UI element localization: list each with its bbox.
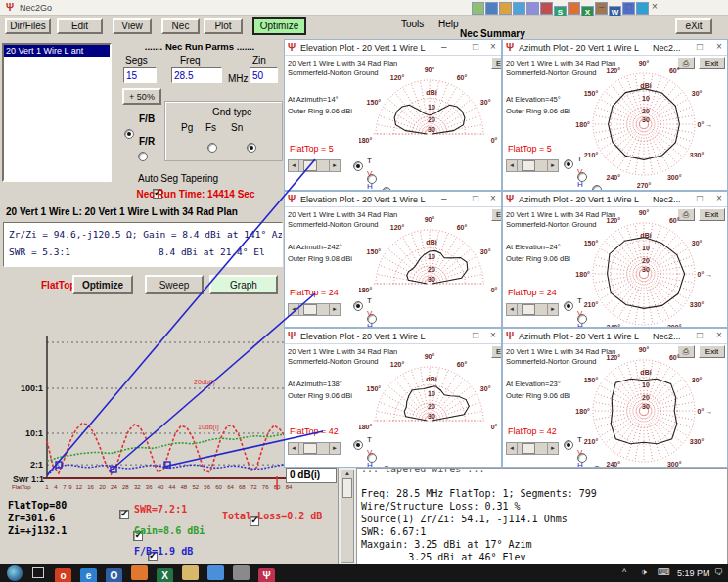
minimize-button[interactable]: – xyxy=(441,41,447,52)
window-titlebar[interactable]: Ψ Azimuth Plot - 20 Vert 1 Wire L Nec2..… xyxy=(503,40,727,56)
close-button[interactable]: × xyxy=(716,193,722,203)
maximize-button[interactable]: □ xyxy=(626,1,632,12)
edge-icon[interactable]: e xyxy=(80,568,97,582)
chat-icon[interactable] xyxy=(636,2,649,15)
swr-checkbox[interactable] xyxy=(119,510,129,519)
media-icon[interactable] xyxy=(540,2,553,15)
scroll-thumb[interactable] xyxy=(522,443,535,454)
minimize-button[interactable]: – xyxy=(441,330,447,340)
start-button[interactable] xyxy=(7,565,23,581)
flattop-scrollbar[interactable]: ◄ ► xyxy=(288,442,341,455)
maximize-button[interactable]: □ xyxy=(473,330,478,340)
horiz-radio[interactable] xyxy=(382,466,391,468)
close-button[interactable]: × xyxy=(716,330,722,340)
flattop-scrollbar[interactable]: ◄ ► xyxy=(288,159,341,172)
segs-input[interactable] xyxy=(123,67,157,83)
flattop-scrollbar[interactable]: ◄ ► xyxy=(288,303,341,316)
scroll-thumb[interactable] xyxy=(303,304,317,315)
menu-help[interactable]: Help xyxy=(438,19,459,29)
summary-text[interactable]: ... tapered wires ... Freq: 28.5 MHz Fla… xyxy=(356,468,728,564)
files-list[interactable]: 20 Vert 1 Wire L ant xyxy=(2,43,112,182)
scroll-thumb[interactable] xyxy=(303,160,317,171)
maximize-button[interactable]: □ xyxy=(473,193,478,203)
clock[interactable]: 5:19 PM xyxy=(677,568,710,578)
maximize-button[interactable]: □ xyxy=(697,193,703,203)
scroll-right-icon[interactable]: ► xyxy=(547,160,558,171)
summary-vscrollbar[interactable]: ▲ xyxy=(341,470,354,563)
fr-radio[interactable] xyxy=(138,152,148,161)
chrome-icon[interactable] xyxy=(207,565,224,580)
screen-rec-icon[interactable]: o xyxy=(55,568,71,582)
close-button[interactable]: × xyxy=(490,330,496,340)
scroll-left-icon[interactable]: ◄ xyxy=(507,304,518,315)
fb-radio[interactable] xyxy=(124,129,134,139)
menu-edit[interactable]: Edit xyxy=(57,18,103,34)
plus-50-button[interactable]: + 50% xyxy=(122,88,161,105)
optimize-button[interactable]: Optimize xyxy=(72,275,133,294)
scroll-right-icon[interactable]: ► xyxy=(547,443,558,454)
scroll-left-icon[interactable]: ◄ xyxy=(507,443,518,454)
sweep-button[interactable]: Sweep xyxy=(145,275,204,294)
exit-button[interactable]: eXit xyxy=(675,18,712,34)
scroll-right-icon[interactable]: ► xyxy=(547,304,558,315)
taskbar-app-icons[interactable]: oeOXΨ xyxy=(55,565,275,582)
scroll-thumb[interactable] xyxy=(522,304,535,315)
scroll-left-icon[interactable]: ◄ xyxy=(289,304,299,315)
fs-radio[interactable] xyxy=(207,143,217,153)
azimuth-plot-window-1[interactable]: Ψ Azimuth Plot - 20 Vert 1 Wire L Nec2..… xyxy=(502,39,728,191)
scroll-right-icon[interactable]: ► xyxy=(329,160,340,171)
menu-optimize[interactable]: Optimize xyxy=(252,17,306,35)
task-view-icon[interactable] xyxy=(32,567,44,578)
window-titlebar[interactable]: Ψ Elevation Plot - 20 Vert 1 Wire L – □ … xyxy=(285,40,501,56)
graph-button[interactable]: Graph xyxy=(209,275,278,294)
minimize-button[interactable]: – xyxy=(441,193,447,203)
elevation-plot-window-1[interactable]: Ψ Elevation Plot - 20 Vert 1 Wire L – □ … xyxy=(284,39,502,191)
list-item-selected[interactable]: 20 Vert 1 Wire L ant xyxy=(4,45,110,57)
minimize-button[interactable]: – xyxy=(599,1,605,12)
elevation-plot-window-2[interactable]: Ψ Elevation Plot - 20 Vert 1 Wire L – □ … xyxy=(284,191,502,328)
flattop-scrollbar[interactable]: ◄ ► xyxy=(506,442,559,455)
maximize-button[interactable]: □ xyxy=(473,41,478,52)
maximize-button[interactable]: □ xyxy=(697,330,703,340)
freq-input[interactable] xyxy=(171,67,222,83)
azimuth-plot-window-2[interactable]: Ψ Azimuth Plot - 20 Vert 1 Wire L Nec2..… xyxy=(502,191,728,328)
maximize-button[interactable]: □ xyxy=(697,41,703,52)
scroll-right-icon[interactable]: ► xyxy=(329,443,340,454)
sn-radio[interactable] xyxy=(247,143,256,153)
excel-icon[interactable]: X xyxy=(157,568,173,582)
globe-icon[interactable] xyxy=(485,2,498,15)
folder-icon[interactable] xyxy=(182,565,199,580)
chart-icon[interactable] xyxy=(526,2,539,15)
close-button[interactable]: × xyxy=(490,41,496,52)
total-radio[interactable] xyxy=(353,161,363,171)
zin-input[interactable] xyxy=(250,67,278,83)
scroll-left-icon[interactable]: ◄ xyxy=(289,443,299,454)
tool-icon[interactable] xyxy=(233,565,250,580)
photo-icon[interactable] xyxy=(513,2,525,15)
total-radio[interactable] xyxy=(564,301,573,311)
scroll-thumb[interactable] xyxy=(303,443,317,454)
outlook-icon[interactable]: O xyxy=(106,568,122,582)
total-radio[interactable] xyxy=(353,440,363,450)
flattop-scrollbar[interactable]: ◄ ► xyxy=(506,303,559,316)
menu-plot[interactable]: Plot xyxy=(204,18,243,34)
scroll-left-icon[interactable]: ◄ xyxy=(289,160,299,171)
tray-chevron-icon[interactable]: ^ xyxy=(622,567,626,577)
menu-dir-files[interactable]: Dir/Files xyxy=(5,18,51,34)
scroll-thumb[interactable] xyxy=(522,160,535,171)
menu-tools[interactable]: Tools xyxy=(401,19,424,29)
elevation-plot-window-3[interactable]: Ψ Elevation Plot - 20 Vert 1 Wire L – □ … xyxy=(284,328,502,468)
close-button[interactable]: × xyxy=(490,193,496,203)
flattop-scrollbar[interactable]: ◄ ► xyxy=(506,159,559,172)
grid-icon[interactable] xyxy=(568,2,580,15)
azimuth-plot-window-3[interactable]: Ψ Azimuth Plot - 20 Vert 1 Wire L Nec2..… xyxy=(502,328,728,468)
close-button[interactable]: × xyxy=(716,41,722,52)
scroll-left-icon[interactable]: ◄ xyxy=(507,160,518,171)
menu-nec[interactable]: Nec xyxy=(161,18,200,34)
notification-icon[interactable]: 🗨 xyxy=(714,567,723,577)
briefcase-icon[interactable] xyxy=(499,2,512,15)
close-button[interactable]: × xyxy=(652,1,658,12)
keyboard-icon[interactable]: ⌨ xyxy=(658,567,670,577)
app-tile-icon[interactable] xyxy=(472,2,484,15)
scroll-right-icon[interactable]: ► xyxy=(329,304,340,315)
